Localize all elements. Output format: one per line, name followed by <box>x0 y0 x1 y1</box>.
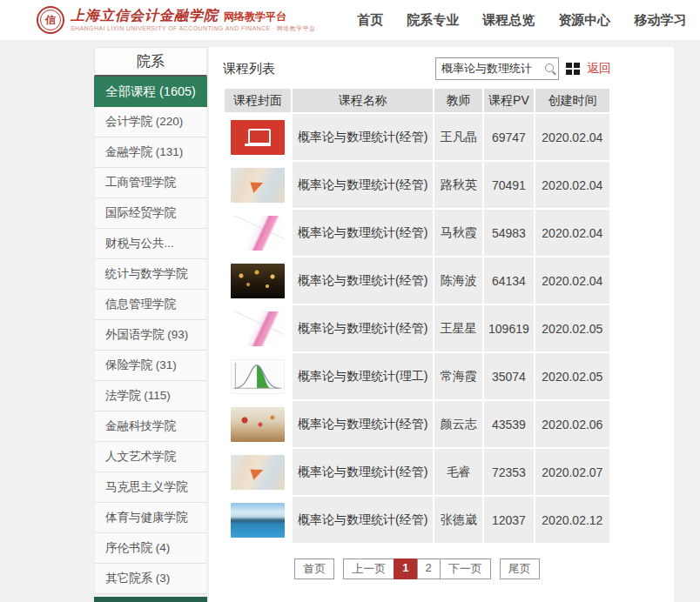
course-cover-cell[interactable] <box>225 353 291 399</box>
course-list-header: 课程列表 返回 <box>223 54 611 84</box>
course-name-link[interactable]: 概率论与数理统计(经管) <box>293 305 433 351</box>
course-name-link[interactable]: 概率论与数理统计(经管) <box>293 258 433 304</box>
sidebar-item-finance[interactable]: 金融学院 (131) <box>94 137 207 168</box>
course-teacher: 颜云志 <box>434 401 482 447</box>
course-created: 2020.02.12 <box>535 497 609 543</box>
sidebar-item-xulun-college[interactable]: 序伦书院 (4) <box>94 533 207 564</box>
school-name-english: SHANGHAI LIXIN UNIVERSITY OF ACCOUNTING … <box>71 25 315 32</box>
nav-mobile-learning[interactable]: 移动学习 <box>634 12 686 29</box>
course-name-link[interactable]: 概率论与数理统计(理工) <box>293 353 433 399</box>
course-cover-image[interactable] <box>231 216 285 251</box>
sidebar-item-all-courses[interactable]: 全部课程 (1605) <box>94 77 207 107</box>
top-header: 信 上海立信会计金融学院网络教学平台 SHANGHAI LIXIN UNIVER… <box>0 0 700 40</box>
course-teacher: 路秋英 <box>434 162 482 208</box>
search-input[interactable] <box>436 58 558 79</box>
sidebar-title: 院系 <box>94 47 207 77</box>
nav-course-overview[interactable]: 课程总览 <box>482 12 535 29</box>
table-row: 概率论与数理统计(经管) 陈海波 64134 2020.02.04 <box>225 258 609 304</box>
table-row: 概率论与数理统计(经管) 王星星 109619 2020.02.05 <box>225 305 609 351</box>
header-course-pv: 课程PV <box>484 89 534 112</box>
sidebar-list: 全部课程 (1605) 会计学院 (220) 金融学院 (131) 工商管理学院… <box>94 77 207 594</box>
sidebar-item-accounting[interactable]: 会计学院 (220) <box>94 107 207 137</box>
sidebar-item-pe-health[interactable]: 体育与健康学院 <box>94 503 207 533</box>
sidebar-item-marxism[interactable]: 马克思主义学院 <box>94 472 207 503</box>
course-created: 2020.02.04 <box>535 258 609 304</box>
course-cover-image[interactable] <box>231 120 285 155</box>
course-cover-image[interactable] <box>231 455 285 490</box>
course-pv: 64134 <box>484 258 534 304</box>
course-cover-cell[interactable] <box>225 449 291 495</box>
sidebar-item-insurance[interactable]: 保险学院 (31) <box>94 351 207 381</box>
course-cover-image[interactable] <box>231 264 285 298</box>
pagination-prev[interactable]: 上一页 <box>343 559 394 579</box>
course-teacher: 毛睿 <box>434 449 482 495</box>
back-link[interactable]: 返回 <box>587 61 611 77</box>
course-teacher: 王凡晶 <box>434 114 482 160</box>
school-name: 上海立信会计金融学院 <box>71 8 219 23</box>
course-name-link[interactable]: 概率论与数理统计(经管) <box>293 401 433 447</box>
sidebar-item-fintech[interactable]: 金融科技学院 <box>94 411 207 442</box>
pagination-page-2[interactable]: 2 <box>417 559 441 579</box>
header-course-name: 课程名称 <box>293 89 433 112</box>
course-cover-image[interactable] <box>231 311 285 346</box>
nav-departments[interactable]: 院系专业 <box>407 12 459 29</box>
course-cover-cell[interactable] <box>225 401 291 447</box>
sidebar-item-info-management[interactable]: 信息管理学院 <box>94 290 207 320</box>
sidebar-item-intl-trade[interactable]: 国际经贸学院 <box>94 198 207 229</box>
course-cover-image[interactable] <box>231 503 285 538</box>
course-created: 2020.02.07 <box>535 449 609 495</box>
sidebar-item-law[interactable]: 法学院 (115) <box>94 381 207 411</box>
course-created: 2020.02.05 <box>535 353 609 399</box>
course-cover-cell[interactable] <box>225 114 291 160</box>
course-cover-image[interactable] <box>231 359 285 394</box>
table-row: 概率论与数理统计(经管) 马秋霞 54983 2020.02.04 <box>225 210 609 256</box>
course-pv: 70491 <box>484 162 534 208</box>
course-cover-cell[interactable] <box>225 497 291 543</box>
pagination-first[interactable]: 首页 <box>294 559 334 579</box>
course-pv: 43539 <box>484 401 534 447</box>
school-seal-icon: 信 <box>37 6 64 34</box>
course-name-link[interactable]: 概率论与数理统计(经管) <box>293 162 433 208</box>
course-cover-cell[interactable] <box>225 210 291 256</box>
sidebar-item-taxation-public[interactable]: 财税与公共... <box>94 229 207 259</box>
search-box <box>435 57 559 80</box>
course-name-link[interactable]: 概率论与数理统计(经管) <box>293 497 433 543</box>
sidebar-item-foreign-languages[interactable]: 外国语学院 (93) <box>94 320 207 351</box>
sidebar-item-other-departments[interactable]: 其它院系 (3) <box>94 564 207 594</box>
course-cover-cell[interactable] <box>225 305 291 351</box>
course-table: 课程封面 课程名称 教师 课程PV 创建时间 概率论与数理统计(经管) 王凡晶 … <box>223 87 611 545</box>
course-cover-image[interactable] <box>231 407 285 442</box>
course-teacher: 王星星 <box>434 305 482 351</box>
pagination-page-1[interactable]: 1 <box>394 559 417 579</box>
course-pv: 109619 <box>484 305 534 351</box>
course-created: 2020.02.04 <box>535 210 609 256</box>
course-name-link[interactable]: 概率论与数理统计(经管) <box>293 210 433 256</box>
sidebar-item-business-admin[interactable]: 工商管理学院 <box>94 168 207 198</box>
pagination: 首页 上一页 1 2 下一页 尾页 <box>223 559 611 592</box>
course-name-link[interactable]: 概率论与数理统计(经管) <box>293 449 433 495</box>
table-row: 概率论与数理统计(经管) 颜云志 43539 2020.02.06 <box>225 401 609 447</box>
course-created: 2020.02.06 <box>535 401 609 447</box>
pagination-last[interactable]: 尾页 <box>500 559 540 579</box>
course-name-link[interactable]: 概率论与数理统计(经管) <box>293 114 433 160</box>
course-pv: 35074 <box>484 353 534 399</box>
course-cover-cell[interactable] <box>225 258 291 304</box>
course-pv: 54983 <box>484 210 534 256</box>
table-row: 概率论与数理统计(经管) 王凡晶 69747 2020.02.04 <box>225 114 609 160</box>
top-nav: 首页 院系专业 课程总览 资源中心 移动学习 常见问题 <box>357 12 700 29</box>
course-created: 2020.02.04 <box>535 162 609 208</box>
sidebar-item-statistics-math[interactable]: 统计与数学学院 <box>94 259 207 290</box>
pagination-next[interactable]: 下一页 <box>440 559 491 579</box>
search-icon[interactable] <box>545 64 554 72</box>
nav-resource-center[interactable]: 资源中心 <box>558 12 610 29</box>
sidebar-item-humanities-arts[interactable]: 人文艺术学院 <box>94 442 207 472</box>
content: 院系 全部课程 (1605) 会计学院 (220) 金融学院 (131) 工商管… <box>0 40 700 602</box>
course-cover-cell[interactable] <box>225 162 291 208</box>
course-cover-image[interactable] <box>231 168 285 203</box>
grid-view-icon[interactable] <box>566 63 580 75</box>
course-created: 2020.02.05 <box>535 305 609 351</box>
header-created-time: 创建时间 <box>535 89 609 112</box>
course-teacher: 张德崴 <box>434 497 482 543</box>
nav-home[interactable]: 首页 <box>357 12 383 29</box>
table-header-row: 课程封面 课程名称 教师 课程PV 创建时间 <box>225 89 609 112</box>
